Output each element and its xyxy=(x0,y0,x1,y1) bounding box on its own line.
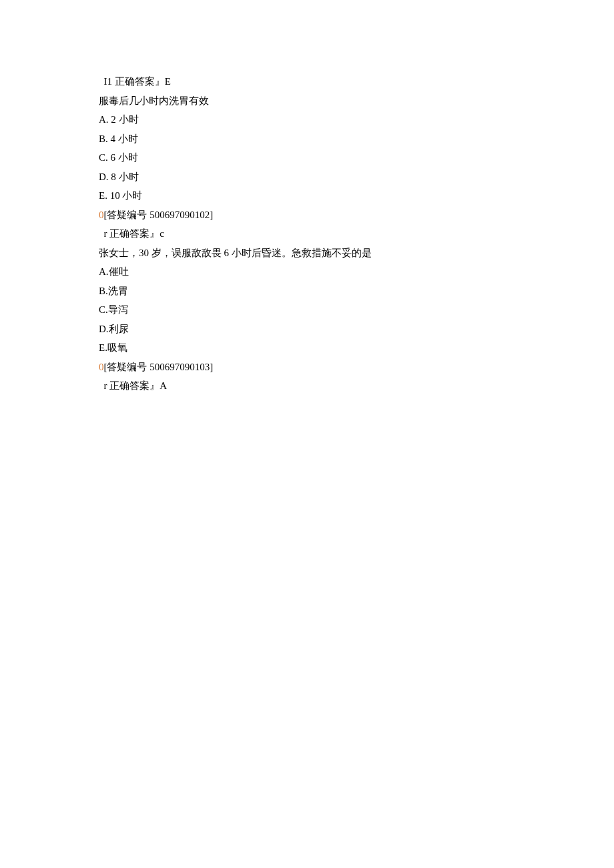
question-2-option-b: B. 4 小时 xyxy=(99,129,614,149)
question-2-option-d: D. 8 小时 xyxy=(99,167,614,187)
answer-line-3: r 正确答案』A xyxy=(99,376,614,396)
question-3-stem: 张女士，30 岁，误服敌敌畏 6 小时后昏迷。急救措施不妥的是 xyxy=(99,244,614,263)
question-3-ref-text: [答疑编号 500697090103] xyxy=(104,362,214,372)
answer-line-1: I1 正确答案』E xyxy=(99,72,614,91)
question-3-ref-marker: 0 xyxy=(99,362,104,372)
question-3-option-c: C.导泻 xyxy=(99,300,614,320)
question-3-option-b: B.洗胃 xyxy=(99,282,614,301)
answer-line-3-prefix: r 正确答案』 xyxy=(104,380,160,391)
question-2-option-e: E. 10 小时 xyxy=(99,186,614,205)
question-3-option-e: E.吸氧 xyxy=(99,338,614,358)
question-2-ref: 0[答疑编号 500697090102] xyxy=(99,205,614,225)
question-2-ref-marker: 0 xyxy=(99,209,104,220)
question-2-stem: 服毒后几小时内洗胃有效 xyxy=(99,91,614,111)
question-3-ref: 0[答疑编号 500697090103] xyxy=(99,358,614,377)
question-3-option-a: A.催吐 xyxy=(99,262,614,282)
answer-line-2: r 正确答案』c xyxy=(99,224,614,244)
question-2-option-a: A. 2 小时 xyxy=(99,110,614,129)
question-2-ref-text: [答疑编号 500697090102] xyxy=(104,209,214,220)
question-2-option-c: C. 6 小时 xyxy=(99,148,614,167)
answer-line-3-letter: A xyxy=(160,380,167,391)
question-3-option-d: D.利尿 xyxy=(99,320,614,339)
